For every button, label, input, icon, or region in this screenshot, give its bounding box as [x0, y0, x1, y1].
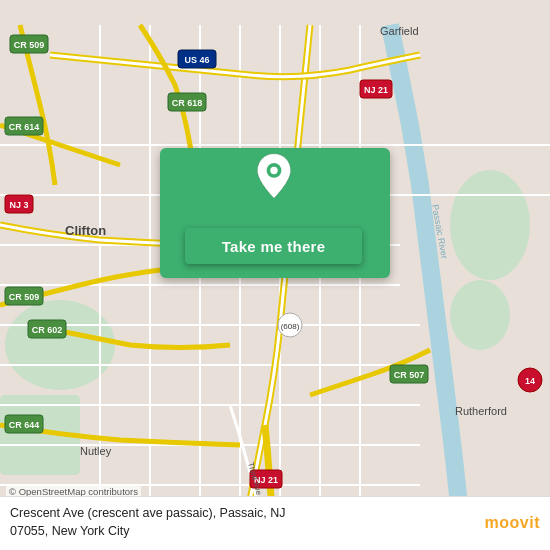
map-pin: [252, 152, 296, 200]
svg-text:CR 602: CR 602: [32, 325, 63, 335]
svg-text:Clifton: Clifton: [65, 223, 106, 238]
svg-text:Garfield: Garfield: [380, 25, 419, 37]
svg-text:CR 614: CR 614: [9, 122, 40, 132]
svg-text:CR 509: CR 509: [9, 292, 40, 302]
svg-text:CR 509: CR 509: [14, 40, 45, 50]
svg-text:CR 618: CR 618: [172, 98, 203, 108]
svg-point-2: [450, 170, 530, 280]
svg-point-1: [5, 300, 115, 390]
svg-point-54: [270, 167, 277, 174]
bottom-address: Crescent Ave (crescent ave passaic), Pas…: [10, 505, 286, 540]
svg-text:Nutley: Nutley: [80, 445, 112, 457]
map-container: Passaic River: [0, 0, 550, 550]
svg-text:(608): (608): [281, 322, 300, 331]
svg-text:NJ 3: NJ 3: [9, 200, 28, 210]
svg-text:NJ 21: NJ 21: [364, 85, 388, 95]
moovit-logo-text: moovit: [485, 514, 540, 532]
svg-text:US 46: US 46: [184, 55, 209, 65]
svg-text:CR 507: CR 507: [394, 370, 425, 380]
moovit-logo: moovit: [485, 514, 540, 532]
svg-text:Rutherford: Rutherford: [455, 405, 507, 417]
svg-text:14: 14: [525, 376, 535, 386]
svg-text:CR 644: CR 644: [9, 420, 40, 430]
bottom-bar: Crescent Ave (crescent ave passaic), Pas…: [0, 496, 550, 550]
svg-point-3: [450, 280, 510, 350]
take-me-there-button[interactable]: Take me there: [185, 228, 362, 264]
take-me-there-label: Take me there: [222, 238, 326, 255]
